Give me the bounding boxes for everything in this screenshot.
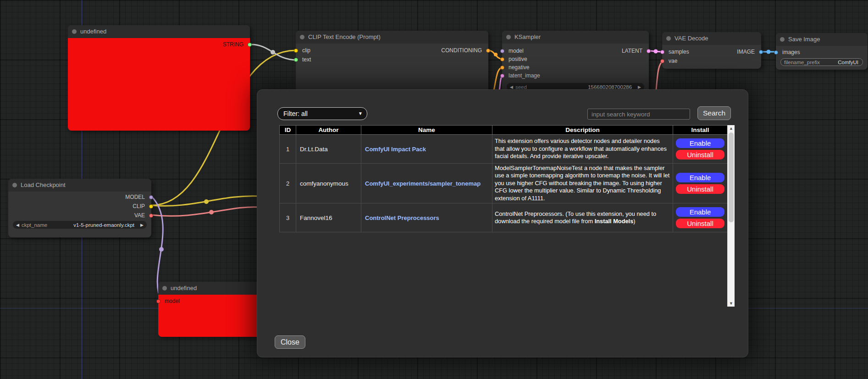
node-collapse-dot[interactable] bbox=[780, 37, 785, 42]
header-id: ID bbox=[280, 126, 296, 135]
extension-link[interactable]: ComfyUI_experiments/sampler_tonemap bbox=[365, 180, 481, 187]
filter-select[interactable]: Filter: all bbox=[277, 107, 367, 120]
node-titlebar[interactable]: VAE Decode bbox=[662, 32, 761, 45]
header-author: Author bbox=[296, 126, 361, 135]
widget-label: ckpt_name bbox=[22, 222, 47, 228]
extension-table: ID Author Name Description Install 1Dr.L… bbox=[279, 125, 728, 232]
output-pin-image[interactable] bbox=[759, 50, 763, 54]
description-text: This extension offers various detector n… bbox=[495, 137, 667, 159]
output-pin-string[interactable] bbox=[248, 43, 252, 47]
node-save-image[interactable]: Save Image images filename_prefix ComfyU… bbox=[776, 33, 868, 70]
input-pin-positive[interactable] bbox=[500, 57, 504, 61]
input-pin-model[interactable] bbox=[500, 49, 504, 53]
enable-button[interactable]: Enable bbox=[676, 138, 724, 148]
input-slot-images: images bbox=[776, 49, 800, 56]
uninstall-button[interactable]: Uninstall bbox=[676, 184, 724, 194]
input-slot-vae: vae bbox=[662, 57, 677, 65]
slot-label: clip bbox=[302, 47, 310, 54]
extension-description: This extension offers various detector n… bbox=[492, 135, 673, 164]
slot-label: VAE bbox=[134, 212, 145, 219]
node-collapse-dot[interactable] bbox=[12, 183, 17, 187]
node-collapse-dot[interactable] bbox=[300, 35, 304, 39]
node-collapse-dot[interactable] bbox=[506, 35, 511, 39]
uninstall-button[interactable]: Uninstall bbox=[676, 219, 724, 228]
scrollbar-thumb[interactable] bbox=[729, 132, 734, 222]
increment-arrow-icon[interactable]: ▶ bbox=[140, 223, 144, 227]
wire-hidden-to-negative bbox=[494, 67, 503, 90]
node-titlebar[interactable]: undefined bbox=[68, 25, 250, 38]
enable-button[interactable]: Enable bbox=[676, 173, 724, 182]
extension-link[interactable]: ControlNet Preprocessors bbox=[365, 214, 439, 221]
node-undefined-top[interactable]: undefined STRING bbox=[68, 25, 250, 131]
extension-id: 3 bbox=[280, 203, 296, 232]
wire-string-to-text bbox=[251, 44, 297, 60]
node-titlebar[interactable]: Load Checkpoint bbox=[8, 179, 151, 192]
scroll-down-icon[interactable]: ▼ bbox=[728, 300, 735, 307]
node-titlebar[interactable]: Save Image bbox=[776, 33, 868, 46]
search-input[interactable] bbox=[587, 109, 690, 120]
output-pin-model[interactable] bbox=[149, 195, 153, 199]
extension-author: Dr.Lt.Data bbox=[296, 135, 361, 164]
node-vae-decode[interactable]: VAE Decode samples vae IMAGE bbox=[662, 32, 761, 69]
scrollbar[interactable]: ▲ ▼ bbox=[727, 125, 735, 307]
scroll-up-icon[interactable]: ▲ bbox=[728, 125, 735, 132]
extension-description: ModelSamplerTonemapNoiseTest a node that… bbox=[492, 164, 673, 203]
slot-label: CLIP bbox=[133, 203, 145, 209]
input-pin-model[interactable] bbox=[156, 299, 160, 303]
node-titlebar[interactable]: KSampler bbox=[502, 31, 649, 44]
input-pin-text[interactable] bbox=[294, 58, 298, 62]
search-button[interactable]: Search bbox=[697, 106, 731, 120]
node-title: KSampler bbox=[514, 33, 541, 40]
slot-label: MODEL bbox=[125, 194, 145, 200]
slot-label: model bbox=[509, 48, 524, 54]
slot-label: model bbox=[165, 298, 180, 304]
node-load-checkpoint[interactable]: Load Checkpoint MODEL CLIP VAE ◀ ckpt_na… bbox=[8, 179, 151, 237]
output-pin-clip[interactable] bbox=[149, 204, 153, 209]
header-description: Description bbox=[492, 126, 673, 135]
node-body: samples vae IMAGE bbox=[662, 45, 761, 69]
output-pin-latent[interactable] bbox=[647, 49, 651, 53]
input-slot-positive: positive bbox=[502, 55, 527, 63]
slot-label: negative bbox=[509, 64, 529, 71]
input-pin-images[interactable] bbox=[774, 50, 778, 55]
node-title: Save Image bbox=[788, 36, 820, 43]
output-slot-clip: CLIP bbox=[133, 203, 151, 210]
ckpt-name-widget[interactable]: ◀ ckpt_name v1-5-pruned-emaonly.ckpt ▶ bbox=[13, 221, 147, 229]
extension-id: 2 bbox=[280, 164, 296, 203]
slot-label: images bbox=[782, 49, 800, 55]
extension-row: 3Fannovel16ControlNet PreprocessorsContr… bbox=[280, 203, 728, 232]
extension-name: ControlNet Preprocessors bbox=[361, 203, 492, 232]
node-graph-canvas[interactable]: undefined STRING CLIP Text Encode (Promp… bbox=[0, 0, 868, 379]
node-collapse-dot[interactable] bbox=[162, 286, 167, 291]
input-slot-model: model bbox=[158, 297, 180, 305]
decrement-arrow-icon[interactable]: ◀ bbox=[510, 85, 513, 89]
node-title: undefined bbox=[171, 285, 197, 291]
input-pin-negative[interactable] bbox=[500, 66, 504, 70]
wire-clip-to-hidden bbox=[151, 196, 260, 206]
decrement-arrow-icon[interactable]: ◀ bbox=[16, 223, 19, 227]
input-pin-clip[interactable] bbox=[294, 49, 298, 53]
extension-install-cell: EnableUninstall bbox=[673, 135, 728, 164]
slot-label: text bbox=[302, 56, 311, 63]
node-collapse-dot[interactable] bbox=[666, 36, 671, 41]
input-pin-latent-image[interactable] bbox=[500, 74, 504, 78]
enable-button[interactable]: Enable bbox=[676, 207, 724, 217]
output-pin-vae[interactable] bbox=[149, 214, 153, 218]
node-body: MODEL CLIP VAE ◀ ckpt_name v1-5-pruned-e… bbox=[8, 192, 151, 237]
input-pin-vae[interactable] bbox=[660, 59, 664, 63]
increment-arrow-icon[interactable]: ▶ bbox=[638, 85, 641, 89]
extension-id: 1 bbox=[280, 135, 296, 164]
uninstall-button[interactable]: Uninstall bbox=[676, 150, 724, 159]
slot-label: latent_image bbox=[509, 72, 540, 79]
widget-label: seed bbox=[515, 84, 527, 90]
widget-label: filename_prefix bbox=[784, 60, 820, 65]
node-titlebar[interactable]: CLIP Text Encode (Prompt) bbox=[296, 31, 488, 44]
input-pin-samples[interactable] bbox=[660, 50, 664, 54]
extension-author: comfyanonymous bbox=[296, 164, 361, 203]
extension-link[interactable]: ComfyUI Impact Pack bbox=[365, 146, 426, 153]
close-button[interactable]: Close bbox=[275, 335, 305, 349]
output-pin-conditioning[interactable] bbox=[486, 49, 490, 53]
node-collapse-dot[interactable] bbox=[72, 29, 77, 34]
input-slot-latent-image: latent_image bbox=[502, 72, 540, 79]
filename-prefix-widget[interactable]: filename_prefix ComfyUI bbox=[780, 58, 863, 66]
